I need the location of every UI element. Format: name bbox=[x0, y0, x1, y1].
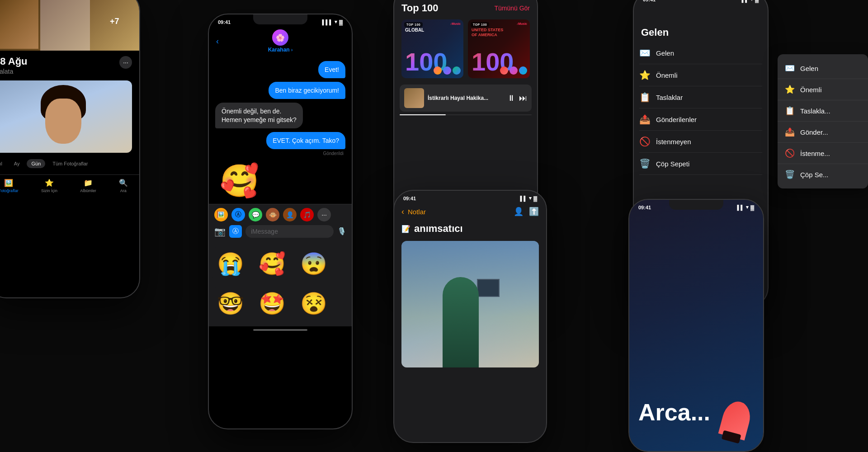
message-sent-label: Gönderildi bbox=[323, 151, 344, 156]
tab-search[interactable]: 🔍 Ara bbox=[119, 179, 128, 193]
audio-message-icon[interactable]: 🎙️ bbox=[337, 227, 346, 235]
trash-icon: 🗑️ bbox=[639, 158, 651, 169]
messages-body: Evet! Ben biraz gecikiyorum! Önemli deği… bbox=[209, 56, 352, 204]
message-out-1: Evet! bbox=[318, 61, 345, 78]
memoji-6[interactable]: 😵 bbox=[296, 286, 332, 322]
music-icon[interactable]: 🎵 bbox=[300, 208, 314, 221]
music-progress-bar bbox=[400, 114, 532, 115]
slideout-sent-icon: 📤 bbox=[785, 127, 795, 137]
message-out-3: EVET. Çok açım. Tako? bbox=[266, 132, 345, 149]
notch-mail bbox=[674, 0, 728, 2]
next-button[interactable]: ⏭ bbox=[519, 94, 527, 103]
memoji-2[interactable]: 🥰 bbox=[254, 246, 290, 282]
inbox-label: Gelen bbox=[656, 49, 674, 57]
chart-usa-label: UNITED STATESOF AMERICA bbox=[472, 28, 503, 38]
mail-slideout-menu: ✉️ Gelen ⭐ Önemli 📋 Taslakla... 📤 Gönder… bbox=[778, 54, 868, 188]
wifi-icon-mail: ▾ bbox=[750, 0, 753, 2]
chart-usa[interactable]: TOP 100 ♪Music UNITED STATESOF AMERICA 1… bbox=[468, 19, 530, 78]
music-header: Top 100 Tümünü Gör bbox=[394, 0, 537, 16]
slideout-important[interactable]: ⭐ Önemli bbox=[778, 79, 868, 100]
notch-notes bbox=[443, 191, 497, 201]
arcade-time: 09:41 bbox=[638, 205, 651, 210]
memoji-1[interactable]: 😭 bbox=[212, 246, 249, 282]
memoji-icon-1[interactable]: 🐵 bbox=[266, 208, 279, 221]
slideout-inbox[interactable]: ✉️ Gelen bbox=[778, 58, 868, 79]
message-effects-icon[interactable]: 💬 bbox=[249, 208, 262, 221]
face-face bbox=[45, 99, 81, 144]
junk-icon: 🚫 bbox=[639, 136, 651, 147]
slideout-junk-label: İstenme... bbox=[800, 150, 830, 157]
important-label: Önemli bbox=[656, 71, 678, 79]
contact-name-text: Karahan bbox=[268, 47, 290, 53]
slideout-drafts-label: Taslakla... bbox=[800, 107, 830, 115]
app-store-button[interactable]: Ⓐ bbox=[229, 225, 242, 238]
messages-header: ‹ 🌸 Karahan › bbox=[209, 27, 352, 56]
photo-thumb-more[interactable]: +7 bbox=[90, 0, 139, 51]
chart-global[interactable]: TOP 100 ♪Music GLOBAL 100 bbox=[401, 19, 463, 78]
memoji-row-2: 🤓 🤩 😵 bbox=[212, 286, 348, 322]
slideout-junk[interactable]: 🚫 İstenme... bbox=[778, 143, 868, 164]
music-progress-fill bbox=[400, 114, 446, 115]
see-all-button[interactable]: Tümünü Gör bbox=[494, 5, 530, 12]
tab-albums[interactable]: 📁 Albümler bbox=[80, 179, 96, 193]
message-input[interactable]: iMessage bbox=[245, 225, 334, 238]
messages-back-button[interactable]: ‹ bbox=[216, 37, 219, 46]
music-title: Top 100 bbox=[401, 2, 439, 14]
battery-icon-arcade: ▓ bbox=[750, 205, 754, 210]
camera-icon[interactable]: 📷 bbox=[214, 226, 226, 237]
drafts-label: Taslaklar bbox=[656, 94, 683, 101]
slideout-sent[interactable]: 📤 Gönder... bbox=[778, 122, 868, 143]
signal-icon-notes: ▌▌ bbox=[520, 196, 527, 201]
contact-avatar: 🌸 bbox=[272, 29, 288, 46]
memoji-response: 🥰 bbox=[220, 162, 345, 199]
photos-app-icon[interactable]: 🖼️ bbox=[214, 208, 228, 221]
notes-back-label[interactable]: Notlar bbox=[408, 208, 426, 216]
contact-name: Karahan › bbox=[268, 47, 293, 53]
tab-all-photos[interactable]: Tüm Fotoğraflar bbox=[48, 159, 92, 168]
tab-month[interactable]: Ay bbox=[9, 159, 24, 168]
memoji-4[interactable]: 🤓 bbox=[212, 286, 249, 322]
memoji-5[interactable]: 🤩 bbox=[254, 286, 290, 322]
now-playing-bar[interactable]: İstikrarlı Hayal Hakika... ⏸ ⏭ bbox=[400, 85, 532, 112]
slideout-drafts[interactable]: 📋 Taslakla... bbox=[778, 100, 868, 122]
tab-day[interactable]: Gün bbox=[27, 159, 45, 168]
contact-chevron: › bbox=[291, 47, 292, 52]
sent-icon: 📤 bbox=[639, 114, 651, 125]
appstore-icon[interactable]: Ⓐ bbox=[231, 208, 245, 221]
photos-location: Galata bbox=[0, 68, 28, 75]
more-count-label: +7 bbox=[110, 17, 119, 26]
slideout-trash-icon: 🗑️ bbox=[785, 170, 795, 179]
circle-purple-usa bbox=[509, 66, 518, 75]
now-playing-title: İstikrarlı Hayal Hakika... bbox=[428, 95, 504, 101]
mail-item-trash[interactable]: 🗑️ Çöp Sepeti bbox=[639, 153, 762, 175]
mail-item-junk[interactable]: 🚫 İstenmeyen bbox=[639, 131, 762, 153]
tab-photos[interactable]: 🖼️ Fotoğraflar bbox=[0, 179, 19, 193]
wifi-icon-notes: ▾ bbox=[529, 195, 532, 201]
mail-item-important[interactable]: ⭐ Önemli bbox=[639, 64, 762, 86]
tab-photos-label: Fotoğraflar bbox=[0, 188, 19, 193]
slideout-trash[interactable]: 🗑️ Çöp Se... bbox=[778, 164, 868, 185]
wifi-icon-arcade: ▾ bbox=[746, 204, 749, 210]
memoji-3[interactable]: 😨 bbox=[296, 246, 332, 282]
photos-time-tabs: Yıl Ay Gün Tüm Fotoğraflar bbox=[0, 156, 139, 171]
photos-face-image bbox=[0, 80, 132, 153]
tab-for-you-label: Sizin İçin bbox=[41, 188, 57, 193]
now-playing-controls: ⏸ ⏭ bbox=[507, 94, 527, 103]
photos-more-button[interactable]: ··· bbox=[119, 56, 132, 69]
notes-export-icon[interactable]: ⬆️ bbox=[529, 207, 539, 217]
message-in-1: Önemli değil, ben de.Hemen yemeğe mi git… bbox=[215, 103, 303, 128]
tab-for-you[interactable]: ⭐ Sizin İçin bbox=[41, 179, 57, 193]
notes-share-icon[interactable]: 👤 bbox=[514, 207, 524, 217]
pause-button[interactable]: ⏸ bbox=[507, 94, 515, 103]
mail-item-sent[interactable]: 📤 Gönderilenler bbox=[639, 108, 762, 131]
notch bbox=[253, 14, 307, 24]
music-charts: TOP 100 ♪Music GLOBAL 100 TOP 100 ♪Music… bbox=[394, 16, 537, 82]
chart-global-badge: TOP 100 bbox=[404, 22, 423, 27]
mail-item-drafts[interactable]: 📋 Taslaklar bbox=[639, 86, 762, 108]
slideout-junk-icon: 🚫 bbox=[785, 148, 795, 158]
tab-year[interactable]: Yıl bbox=[0, 159, 7, 168]
mail-item-inbox[interactable]: ✉️ Gelen bbox=[639, 42, 762, 64]
more-apps-icon[interactable]: ··· bbox=[317, 208, 331, 221]
signal-icon-arcade: ▌▌ bbox=[737, 205, 744, 210]
memoji-icon-2[interactable]: 👤 bbox=[283, 208, 297, 221]
